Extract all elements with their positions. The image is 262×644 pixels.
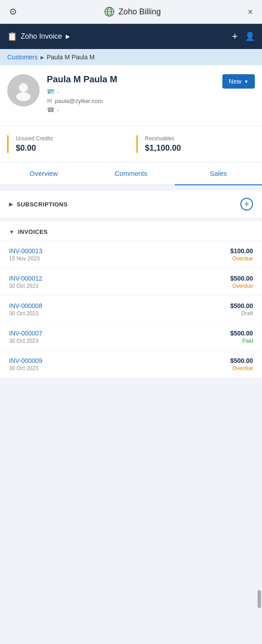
invoices-title: INVOICES <box>18 228 48 235</box>
invoice-id: INV-000009 <box>9 357 42 364</box>
add-subscription-button[interactable]: + <box>240 198 253 210</box>
subscriptions-section: ▶ SUBSCRIPTIONS + <box>0 191 262 218</box>
invoice-icon: 📋 <box>7 31 17 41</box>
gstin-value: - <box>57 89 59 95</box>
zoho-logo-icon <box>104 6 115 17</box>
tab-sales[interactable]: Sales <box>175 162 262 185</box>
invoice-info: INV-000007 30 Oct 2023 <box>9 330 42 344</box>
subscriptions-header-left: ▶ SUBSCRIPTIONS <box>9 201 68 208</box>
invoice-date: 30 Oct 2023 <box>9 338 42 344</box>
invoice-amount: $500.00 <box>230 330 253 337</box>
customer-email: ✉ paula@zylker.com <box>47 97 215 104</box>
invoice-date: 15 Nov 2023 <box>9 255 42 262</box>
customer-name: Paula M Paula M <box>47 74 215 85</box>
settings-icon[interactable]: ⚙ <box>9 6 17 17</box>
top-bar: ⚙ Zoho Billing × <box>0 0 262 24</box>
product-name-container: 📋 Zoho Invoice ▶ <box>7 31 70 41</box>
invoice-info: INV-000009 30 Oct 2023 <box>9 357 42 371</box>
phone-value: - <box>57 107 59 113</box>
play-icon[interactable]: ▶ <box>66 33 70 40</box>
search-button[interactable]: 👤 <box>245 31 255 41</box>
table-row[interactable]: INV-000013 15 Nov 2023 $100.00 Overdue <box>0 241 262 268</box>
invoice-status: Overdue <box>230 255 253 262</box>
financials-section: Unused Credits $0.00 Receivables $1,100.… <box>0 126 262 162</box>
invoice-amount: $500.00 <box>230 302 253 309</box>
chevron-right-icon: ▶ <box>9 201 13 207</box>
invoice-amount: $500.00 <box>230 357 253 364</box>
invoice-amount-status: $500.00 Paid <box>230 330 253 344</box>
invoice-id: INV-000012 <box>9 275 42 282</box>
invoice-status: Overdue <box>230 365 253 371</box>
invoice-amount: $500.00 <box>230 275 253 282</box>
email-value: paula@zylker.com <box>55 98 103 104</box>
invoices-section: ▼ INVOICES INV-000013 15 Nov 2023 $100.0… <box>0 221 262 378</box>
unused-credits-value: $0.00 <box>16 143 126 153</box>
svg-point-6 <box>16 92 31 101</box>
customer-gstin: 🪪 - <box>47 88 215 95</box>
avatar <box>7 74 40 107</box>
svg-point-5 <box>19 83 28 92</box>
customer-info: Paula M Paula M 🪪 - ✉ paula@zylker.com ☎… <box>47 74 215 115</box>
avatar-icon <box>13 80 34 101</box>
invoice-id: INV-000008 <box>9 302 42 309</box>
chevron-down-icon: ▼ <box>9 229 14 235</box>
new-button-label: New <box>229 78 241 85</box>
tab-comments[interactable]: Comments <box>87 162 175 184</box>
receivables-value: $1,100.00 <box>145 143 255 153</box>
tab-overview[interactable]: Overview <box>0 162 87 184</box>
breadcrumb-current: Paula M Paula M <box>47 54 95 61</box>
invoice-info: INV-000013 15 Nov 2023 <box>9 247 42 262</box>
subscriptions-header[interactable]: ▶ SUBSCRIPTIONS + <box>0 191 262 218</box>
invoice-amount-status: $100.00 Overdue <box>230 247 253 262</box>
invoice-date: 30 Oct 2023 <box>9 283 42 289</box>
new-button[interactable]: New ▼ <box>222 74 255 89</box>
breadcrumb-arrow-icon: ▶ <box>41 55 44 60</box>
invoice-id: INV-000013 <box>9 247 42 255</box>
receivables: Receivables $1,100.00 <box>136 135 255 153</box>
scroll-thumb[interactable] <box>257 590 261 608</box>
close-button[interactable]: × <box>248 7 253 17</box>
table-row[interactable]: INV-000012 30 Oct 2023 $500.00 Overdue <box>0 268 262 296</box>
customer-card: Paula M Paula M 🪪 - ✉ paula@zylker.com ☎… <box>0 65 262 126</box>
email-icon: ✉ <box>47 97 52 104</box>
gstin-icon: 🪪 <box>47 88 54 95</box>
invoice-id: INV-000007 <box>9 330 42 337</box>
caret-icon: ▼ <box>244 79 248 84</box>
subscriptions-title: SUBSCRIPTIONS <box>17 201 68 208</box>
invoice-status: Overdue <box>230 283 253 289</box>
unused-credits-label: Unused Credits <box>16 135 126 142</box>
table-row[interactable]: INV-000008 30 Oct 2023 $500.00 Draft <box>0 296 262 323</box>
invoice-status: Paid <box>230 338 253 344</box>
invoice-amount-status: $500.00 Overdue <box>230 275 253 289</box>
table-row[interactable]: INV-000007 30 Oct 2023 $500.00 Paid <box>0 323 262 351</box>
invoice-date: 30 Oct 2023 <box>9 310 42 317</box>
header-actions: + 👤 <box>232 31 255 42</box>
invoice-info: INV-000012 30 Oct 2023 <box>9 275 42 289</box>
invoice-amount-status: $500.00 Overdue <box>230 357 253 371</box>
breadcrumb: Customers ▶ Paula M Paula M <box>0 49 262 65</box>
invoice-info: INV-000008 30 Oct 2023 <box>9 302 42 317</box>
table-row[interactable]: INV-000009 30 Oct 2023 $500.00 Overdue <box>0 351 262 378</box>
invoice-amount: $100.00 <box>230 247 253 255</box>
content-area: ▶ SUBSCRIPTIONS + ▼ INVOICES INV-000013 … <box>0 185 262 383</box>
add-button[interactable]: + <box>232 31 238 42</box>
app-title: Zoho Billing <box>118 7 161 17</box>
tabs-container: Overview Comments Sales <box>0 162 262 185</box>
invoices-header[interactable]: ▼ INVOICES <box>0 221 262 241</box>
unused-credits: Unused Credits $0.00 <box>7 135 126 153</box>
phone-icon: ☎ <box>47 106 54 113</box>
invoice-status: Draft <box>230 310 253 317</box>
product-name: Zoho Invoice <box>21 32 62 40</box>
header-bar: 📋 Zoho Invoice ▶ + 👤 <box>0 24 262 49</box>
customer-phone: ☎ - <box>47 106 215 113</box>
invoice-date: 30 Oct 2023 <box>9 365 42 371</box>
breadcrumb-customers-link[interactable]: Customers <box>7 54 38 61</box>
app-title-container: Zoho Billing <box>104 6 161 17</box>
receivables-label: Receivables <box>145 135 255 142</box>
invoice-amount-status: $500.00 Draft <box>230 302 253 317</box>
